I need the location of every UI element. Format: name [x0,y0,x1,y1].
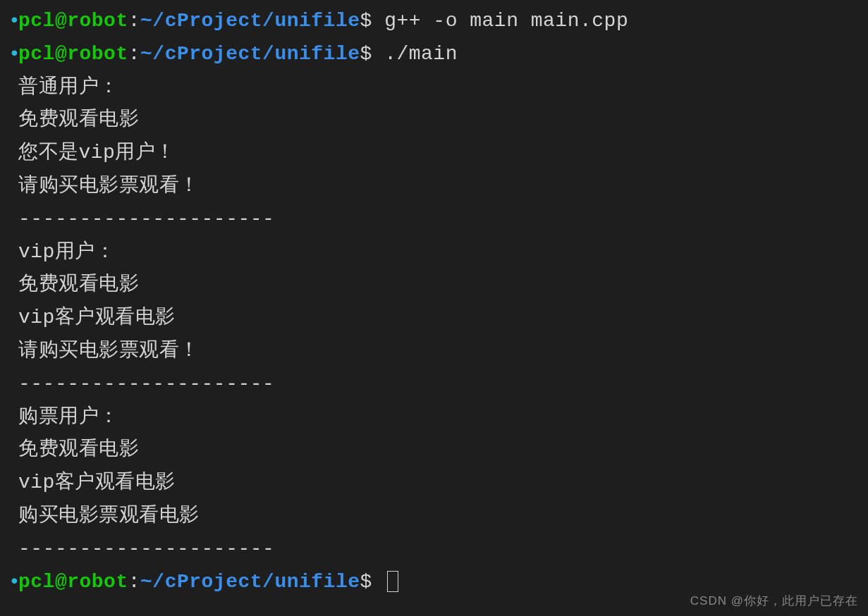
colon: : [128,43,140,65]
terminal-output[interactable]: •pcl@robot:~/cProject/unifile$ g++ -o ma… [8,6,860,598]
command-text: g++ -o main main.cpp [384,10,628,32]
watermark-text: CSDN @你好，此用户已存在 [690,591,858,610]
output-line: 请购买电影票观看！ [8,335,860,367]
user-host: pcl@robot [18,10,128,32]
path: ~/cProject/unifile [140,43,360,65]
output-line: 免费观看电影 [8,104,860,136]
cursor-icon [387,571,398,592]
output-line: vip用户： [8,237,860,269]
user-host: pcl@robot [18,43,128,65]
prompt-line-2: •pcl@robot:~/cProject/unifile$ ./main [8,39,860,70]
path: ~/cProject/unifile [140,571,360,593]
output-line: 免费观看电影 [8,269,860,301]
output-line: 免费观看电影 [8,434,860,466]
dollar-sign: $ [360,571,372,593]
user-host: pcl@robot [18,571,128,593]
output-line: vip客户观看电影 [8,467,860,499]
colon: : [128,571,140,593]
output-line: --------------------- [8,534,860,565]
output-line: vip客户观看电影 [8,302,860,334]
output-line: 购票用户： [8,402,860,433]
output-line: 请购买电影票观看！ [8,171,860,202]
bullet-icon: • [8,39,18,70]
output-line: --------------------- [8,204,860,235]
output-line: 购买电影票观看电影 [8,500,860,532]
path: ~/cProject/unifile [140,10,360,32]
prompt-line-1: •pcl@robot:~/cProject/unifile$ g++ -o ma… [8,6,860,37]
output-line: 您不是vip用户！ [8,137,860,169]
dollar-sign: $ [360,10,372,32]
colon: : [128,10,140,32]
bullet-icon: • [8,6,18,37]
bullet-icon: • [8,567,18,598]
output-line: --------------------- [8,369,860,400]
dollar-sign: $ [360,43,372,65]
command-text: ./main [384,43,458,65]
output-line: 普通用户： [8,72,860,104]
